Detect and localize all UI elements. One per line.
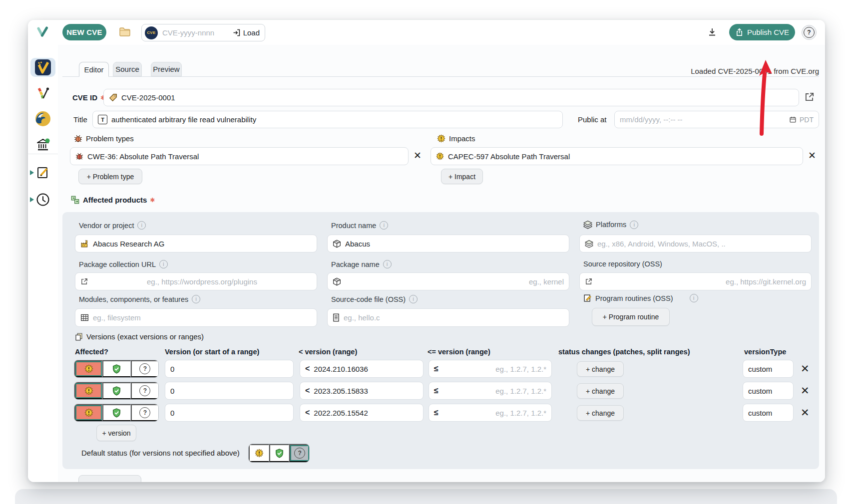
help-button[interactable]: ?	[802, 25, 817, 40]
modules-input[interactable]	[93, 313, 312, 322]
add-change-button[interactable]: + change	[577, 361, 624, 377]
document-lines-icon	[333, 313, 340, 322]
version-lte-input[interactable]	[442, 365, 546, 373]
add-change-button[interactable]: + change	[577, 405, 624, 421]
sidebar-item-editor-app[interactable]	[30, 58, 55, 77]
cve-id-lookup-input[interactable]	[161, 28, 227, 37]
status-unknown-button[interactable]: ?	[131, 404, 158, 421]
add-change-button[interactable]: + change	[577, 383, 624, 399]
version-lte-input[interactable]	[442, 387, 546, 395]
question-mark-icon: ?	[294, 448, 305, 459]
add-product-button[interactable]	[78, 475, 141, 482]
package-name-field	[327, 272, 569, 290]
add-impact-button[interactable]: + Impact	[441, 169, 483, 184]
status-unaffected-button[interactable]	[102, 404, 130, 421]
load-label: Load	[243, 28, 260, 37]
status-unknown-button[interactable]: ?	[131, 360, 158, 377]
status-affected-button[interactable]	[74, 360, 102, 377]
download-icon[interactable]	[707, 27, 717, 37]
remove-version-icon[interactable]: ✕	[801, 407, 810, 418]
remove-version-icon[interactable]: ✕	[801, 363, 810, 374]
status-unknown-button[interactable]: ?	[131, 382, 158, 399]
info-icon[interactable]: i	[690, 294, 698, 302]
calendar-icon[interactable]	[789, 116, 797, 123]
info-icon[interactable]: i	[159, 260, 168, 268]
sidebar-item-edit[interactable]	[36, 166, 50, 180]
remove-version-icon[interactable]: ✕	[801, 385, 810, 396]
source-file-field	[327, 308, 569, 327]
timezone-label: PDT	[800, 116, 814, 124]
version-lt-input[interactable]	[314, 409, 418, 417]
source-file-label: Source-code file (OSS)	[331, 295, 406, 303]
col-header-changes: status changes (patches, split ranges)	[558, 348, 690, 356]
info-icon[interactable]: i	[137, 221, 146, 230]
expand-arrow-icon[interactable]	[30, 170, 34, 175]
add-problem-type-button[interactable]: + Problem type	[78, 169, 142, 184]
external-link-icon[interactable]	[804, 91, 815, 102]
open-file-icon[interactable]	[119, 27, 131, 37]
version-lte-input[interactable]	[442, 409, 546, 417]
version-start-input[interactable]	[170, 365, 288, 373]
remove-impact-icon[interactable]: ✕	[808, 151, 816, 160]
platforms-input[interactable]	[597, 240, 806, 248]
info-icon[interactable]: i	[380, 221, 388, 230]
sidebar-item-history[interactable]	[36, 193, 50, 207]
version-lt-input[interactable]	[314, 387, 418, 395]
public-at-input[interactable]	[620, 115, 786, 124]
info-icon[interactable]: i	[630, 221, 638, 229]
title-icon: T	[98, 115, 107, 124]
sidebar-item-wave[interactable]	[35, 111, 51, 127]
question-mark-icon: ?	[139, 363, 150, 374]
info-icon[interactable]: i	[383, 260, 392, 268]
add-program-routine-button[interactable]: + Program routine	[592, 308, 670, 326]
problem-type-field	[70, 147, 409, 165]
grid-icon	[80, 313, 89, 322]
vendor-input[interactable]	[93, 240, 312, 248]
title-input[interactable]	[111, 115, 557, 124]
cve-id-input[interactable]	[121, 93, 794, 102]
status-affected-button[interactable]	[74, 382, 102, 399]
expand-arrow-icon[interactable]	[30, 197, 34, 202]
affected-products-label: Affected products	[83, 196, 147, 204]
source-repo-input[interactable]	[597, 277, 806, 286]
add-version-button[interactable]: + version	[96, 425, 136, 441]
remove-problem-type-icon[interactable]: ✕	[414, 151, 422, 160]
default-affected-button[interactable]	[249, 444, 269, 462]
impact-input[interactable]	[448, 152, 798, 161]
package-url-input[interactable]	[92, 277, 312, 286]
load-button[interactable]: Load	[230, 27, 262, 38]
question-mark-icon: ?	[139, 385, 150, 396]
info-icon[interactable]: i	[192, 295, 200, 303]
publish-cve-button[interactable]: Publish CVE	[729, 24, 795, 40]
default-unknown-button[interactable]: ?	[289, 444, 309, 462]
product-input[interactable]	[345, 240, 564, 248]
tab-preview[interactable]: Preview	[151, 62, 182, 76]
status-affected-button[interactable]	[74, 404, 102, 421]
vendor-label-wrap: Vendor or project i	[79, 221, 146, 230]
package-name-input[interactable]	[345, 277, 564, 286]
tab-editor[interactable]: Editor	[79, 62, 109, 77]
layers-icon	[583, 220, 592, 229]
versiontype-input[interactable]	[748, 409, 788, 417]
default-status-label: Default status (for versions not specifi…	[81, 449, 240, 457]
sidebar-item-organization[interactable]	[35, 137, 50, 152]
cvss-gauge-icon	[35, 86, 50, 101]
version-start-input[interactable]	[170, 387, 288, 395]
source-file-input[interactable]	[344, 313, 564, 322]
default-unaffected-button[interactable]	[269, 444, 290, 462]
new-cve-button[interactable]: NEW CVE	[62, 24, 106, 40]
versiontype-input[interactable]	[748, 365, 788, 373]
package-url-label-wrap: Package collection URL i	[79, 260, 168, 268]
status-unaffected-button[interactable]	[102, 360, 130, 377]
info-icon[interactable]: i	[409, 295, 418, 303]
tab-source[interactable]: Source	[113, 62, 142, 76]
versiontype-input[interactable]	[748, 387, 788, 395]
modules-label: Modules, components, or features	[79, 295, 188, 303]
problem-type-input[interactable]	[87, 152, 403, 161]
col-header-version: Version (or start of a range)	[165, 348, 259, 356]
status-unaffected-button[interactable]	[102, 382, 130, 399]
vulnogram-logo-icon	[36, 26, 49, 38]
sidebar-item-cvss[interactable]	[35, 86, 50, 101]
version-start-input[interactable]	[170, 409, 288, 417]
version-lt-input[interactable]	[314, 365, 418, 373]
